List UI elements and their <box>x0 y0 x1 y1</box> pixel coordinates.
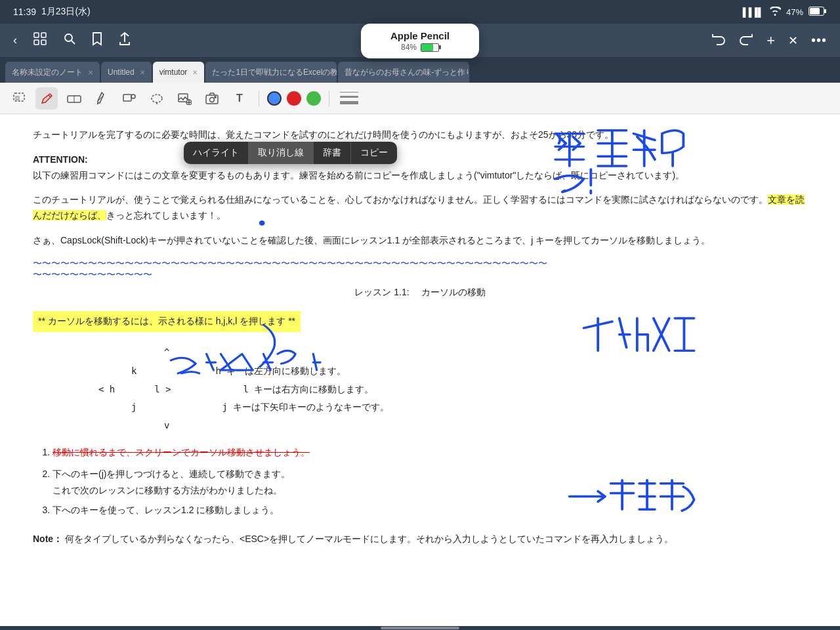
color-red[interactable] <box>287 91 301 106</box>
l-label: l > <box>154 382 171 398</box>
context-dictionary[interactable]: 辞書 <box>314 142 351 164</box>
search-button[interactable] <box>60 30 79 51</box>
share-button[interactable] <box>116 29 134 52</box>
tab-label: たった1日で即戦力になるExcelの教科書… <box>212 67 337 78</box>
svg-rect-15 <box>123 94 131 101</box>
context-strikethrough[interactable]: 取り消し線 <box>249 142 314 164</box>
para-1: チュートリアルを完了するのに必要な時間は、覚えたコマンドを試すのにどれだけ時間を… <box>33 127 807 143</box>
add-image-button[interactable] <box>173 87 196 110</box>
svg-point-24 <box>210 97 215 102</box>
svg-rect-4 <box>41 33 46 37</box>
tab-close-icon[interactable]: ✕ <box>192 69 198 76</box>
text-tool-button[interactable]: T <box>228 87 251 110</box>
note-text: 何をタイプしているか判らなくなったら、<ESC>を押してノーマルモードにします。… <box>65 534 673 544</box>
thick-line[interactable] <box>340 101 358 104</box>
wifi-icon <box>769 7 781 18</box>
note-para: Note： 何をタイプしているか判らなくなったら、<ESC>を押してノーマルモー… <box>33 532 807 547</box>
pencil-battery-pct: 84% <box>401 43 417 52</box>
tool-separator-2 <box>329 91 329 106</box>
lesson-title: レッスン 1.1: カーソルの移動 <box>33 285 807 301</box>
attention-para: ATTENTION: 以下の練習用コマンドにはこの文章を変更するものもあります。… <box>33 152 807 184</box>
tab-label: 名称未設定のノート <box>12 67 83 78</box>
back-button[interactable]: ‹ <box>10 31 20 50</box>
svg-rect-2 <box>824 9 826 13</box>
document-text: チュートリアルを完了するのに必要な時間は、覚えたコマンドを試すのにどれだけ時間を… <box>33 127 807 547</box>
key-hints: ^ k h キーは左方向に移動します。 < h l > l キーは右方向に移動し… <box>33 345 807 434</box>
medium-line[interactable] <box>340 96 358 98</box>
svg-rect-10 <box>16 96 19 100</box>
note-label: Note： <box>33 534 62 544</box>
status-bar: 11:39 1月23日(水) ▐▐▐▌ 47% <box>0 0 840 24</box>
lasso-tool-button[interactable] <box>146 87 168 110</box>
bookmark-button[interactable] <box>89 29 105 52</box>
svg-rect-25 <box>215 96 216 98</box>
j-row: j j キーは下矢印キーのようなキーです。 <box>33 400 807 415</box>
tab-recipe[interactable]: 昔ながらのお母さんの味-ずっと作りつづ… ✕ <box>338 62 469 83</box>
pencil-popup-title: Apple Pencil <box>374 30 466 41</box>
thin-line[interactable] <box>340 92 358 93</box>
camera-button[interactable] <box>201 87 223 110</box>
k-up: ^ <box>164 345 807 361</box>
svg-line-8 <box>72 41 75 44</box>
hint-j-right: j キーは下矢印キーのようなキーです。 <box>222 400 389 415</box>
battery-icon <box>808 7 827 18</box>
document-content[interactable]: ハイライト 取り消し線 辞書 コピー チュートリアルを完了するのに必要な時間は、… <box>0 114 840 626</box>
grid-button[interactable] <box>30 29 50 52</box>
exercise-item-3: 下へのキーを使って、レッスン1.2 に移動しましょう。 <box>52 502 807 518</box>
date: 1月23日(水) <box>41 6 91 18</box>
undo-button[interactable] <box>709 30 728 51</box>
select-tool-button[interactable] <box>8 87 30 110</box>
redo-button[interactable] <box>736 30 756 51</box>
j-label: j <box>131 400 136 415</box>
home-indicator <box>381 627 459 629</box>
battery: 47% <box>786 7 803 17</box>
exercise-item-1: 移動に慣れるまで、スクリーンでカーソル移動させましょう。 <box>52 444 807 461</box>
svg-point-16 <box>131 94 135 98</box>
k-row: k h キーは左方向に移動します。 <box>33 364 807 379</box>
eraser-tool-button[interactable] <box>63 87 85 110</box>
tab-label: vimtutor <box>159 68 188 77</box>
tab-untitled[interactable]: Untitled ✕ <box>101 62 152 83</box>
lesson-main: ** カーソルを移動するには、示される様に h,j,k,l を押します ** <box>33 311 301 332</box>
v-down: v <box>164 418 807 434</box>
context-highlight[interactable]: ハイライト <box>184 142 249 164</box>
attention-label: ATTENTION: <box>33 154 88 165</box>
svg-rect-5 <box>34 40 39 45</box>
close-icon[interactable]: ✕ <box>786 31 801 51</box>
tab-label: 昔ながらのお母さんの味-ずっと作りつづ… <box>345 67 469 78</box>
context-menu: ハイライト 取り消し線 辞書 コピー <box>184 142 397 164</box>
wavy-divider: 〜〜〜〜〜〜〜〜〜〜〜〜〜〜〜〜〜〜〜〜〜〜〜〜〜〜〜〜〜〜〜〜〜〜〜〜〜〜〜〜… <box>33 258 807 280</box>
tab-close-icon[interactable]: ✕ <box>140 69 145 76</box>
pen-tool-button[interactable] <box>35 87 58 110</box>
tab-close-icon[interactable]: ✕ <box>88 69 93 76</box>
drawing-tools-bar: T <box>0 83 840 114</box>
time: 11:39 <box>13 7 36 17</box>
color-blue[interactable] <box>267 91 282 106</box>
para-2: 以下の練習用コマンドにはこの文章を変更するものもあります。練習を始める前にコピー… <box>33 170 684 180</box>
object-tool-button[interactable] <box>118 87 140 110</box>
add-button[interactable]: + <box>764 30 778 52</box>
color-green[interactable] <box>306 91 321 106</box>
bottom-bar <box>0 626 840 630</box>
para-3: このチュートリアルが、使うことで覚えられる仕組みになっていることを、心しておかな… <box>33 192 807 224</box>
svg-point-7 <box>65 34 72 41</box>
line-thickness-selector[interactable] <box>337 91 361 106</box>
exercise-list: 移動に慣れるまで、スクリーンでカーソル移動させましょう。 下へのキー(j)を押し… <box>52 444 807 518</box>
pencil-tool-button[interactable] <box>91 87 113 110</box>
tab-unnamed-note[interactable]: 名称未設定のノート ✕ <box>5 62 100 83</box>
hl-row: < h l > l キーは右方向に移動します。 <box>33 382 807 398</box>
h-label: < h <box>98 382 115 398</box>
tool-separator <box>259 91 259 106</box>
tab-vimtutor[interactable]: vimtutor ✕ <box>153 62 205 83</box>
context-copy[interactable]: コピー <box>351 142 397 164</box>
hint-l-right: l キーは右方向に移動します。 <box>243 382 374 398</box>
more-button[interactable]: ••• <box>808 30 830 51</box>
tab-bar: 名称未設定のノート ✕ Untitled ✕ vimtutor ✕ たった1日で… <box>0 58 840 83</box>
exercise-item-2: 下へのキー(j)を押しつづけると、連続して移動できます。 これで次のレッスンに移… <box>52 466 807 499</box>
tab-excel[interactable]: たった1日で即戦力になるExcelの教科書… ✕ <box>205 62 337 83</box>
para-4: さぁ、CapsLock(Shift-Lock)キーが押されていないことを確認した… <box>33 233 807 249</box>
svg-rect-3 <box>34 33 39 37</box>
strikethrough-text: 移動に慣れるまで、スクリーンでカーソル移動させましょう。 <box>52 447 310 457</box>
svg-rect-6 <box>41 40 46 45</box>
hint-h-right: h キーは左方向に移動します。 <box>215 364 346 379</box>
